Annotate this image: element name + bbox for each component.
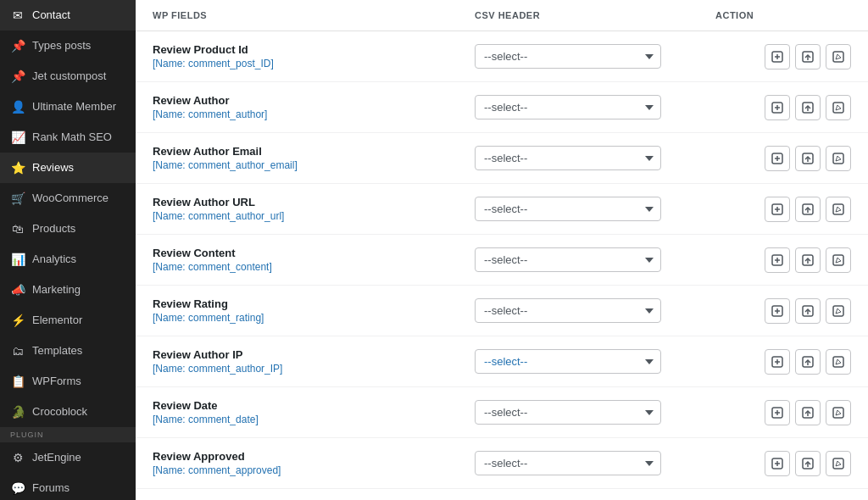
svg-rect-61 (833, 458, 843, 469)
table-row: Review Author Email [Name: comment_autho… (136, 133, 868, 184)
csv-header-select[interactable]: --select-- (475, 349, 661, 374)
export-button[interactable] (795, 451, 821, 476)
action-buttons (715, 298, 851, 324)
templates-icon: 🗂 (10, 343, 25, 358)
rank-math-icon: 📈 (10, 130, 25, 145)
field-meta: [Name: comment_approved] (153, 464, 475, 476)
forums-icon: 💬 (10, 481, 25, 496)
add-button[interactable] (765, 349, 790, 375)
plugin-label: PLUGIN (0, 427, 136, 442)
add-button[interactable] (765, 197, 790, 222)
sidebar-item-products[interactable]: 🛍 Products (0, 214, 136, 244)
csv-header-select[interactable]: --select-- (475, 146, 661, 170)
csv-header-select[interactable]: --select-- (475, 44, 661, 69)
csv-select-cell: --select-- (475, 95, 715, 119)
sidebar-item-jet-custompost[interactable]: 📌 Jet custompost (0, 61, 136, 92)
add-button[interactable] (765, 247, 790, 273)
svg-line-13 (838, 106, 840, 108)
field-name: Review Author (153, 94, 475, 107)
edit-button[interactable] (826, 247, 851, 273)
svg-line-20 (838, 157, 840, 158)
woocommerce-icon: 🛒 (10, 191, 25, 206)
col-wp-fields: WP FIELDS (153, 10, 475, 20)
svg-rect-26 (833, 204, 843, 214)
csv-header-select[interactable]: --select-- (475, 298, 661, 323)
export-button[interactable] (795, 247, 821, 273)
export-button[interactable] (795, 146, 821, 171)
export-button[interactable] (795, 44, 821, 69)
sidebar-item-crocoblock[interactable]: 🐊 Crocoblock (0, 397, 136, 427)
field-info: Review Content [Name: comment_content] (153, 247, 475, 273)
sidebar-item-elementor[interactable]: ⚡ Elementor (0, 305, 136, 336)
marketing-icon: 📣 (10, 282, 25, 297)
export-button[interactable] (795, 298, 821, 324)
csv-header-select[interactable]: --select-- (475, 400, 661, 425)
ultimate-member-icon: 👤 (10, 99, 25, 114)
sidebar-item-wpforms[interactable]: 📋 WPForms (0, 366, 136, 397)
add-button[interactable] (765, 451, 790, 476)
field-info: Review Author IP [Name: comment_author_I… (153, 348, 475, 375)
add-button[interactable] (765, 400, 790, 425)
action-buttons (715, 451, 851, 476)
elementor-icon: ⚡ (10, 313, 25, 328)
sidebar-item-types-posts[interactable]: 📌 Types posts (0, 31, 136, 61)
edit-button[interactable] (826, 298, 851, 324)
field-info: Review Rating [Name: comment_rating] (153, 297, 475, 324)
svg-line-55 (838, 411, 840, 413)
export-button[interactable] (795, 349, 821, 375)
col-csv-header: CSV HEADER (475, 10, 715, 20)
export-button[interactable] (795, 400, 821, 425)
table-row: Review Parent --select-- (136, 489, 868, 500)
types-posts-icon: 📌 (10, 38, 25, 53)
sidebar-item-woocommerce[interactable]: 🛒 WooCommerce (0, 183, 136, 214)
edit-button[interactable] (826, 400, 851, 425)
sidebar-item-jetengine[interactable]: ⚙ JetEngine (0, 442, 136, 473)
main-content: WP FIELDS CSV HEADER ACTION Review Produ… (136, 0, 868, 500)
csv-select-cell: --select-- (475, 247, 715, 272)
jetengine-icon: ⚙ (10, 450, 25, 465)
edit-button[interactable] (826, 349, 851, 375)
field-name: Review Author URL (153, 196, 475, 208)
export-button[interactable] (795, 197, 821, 222)
sidebar-item-analytics[interactable]: 📊 Analytics (0, 244, 136, 275)
csv-header-select[interactable]: --select-- (475, 247, 661, 272)
svg-line-34 (838, 258, 840, 260)
sidebar-item-reviews[interactable]: ⭐ Reviews (0, 153, 136, 183)
edit-button[interactable] (826, 146, 851, 171)
add-button[interactable] (765, 95, 790, 120)
csv-header-select[interactable]: --select-- (475, 95, 661, 119)
table-row: Review Rating [Name: comment_rating] --s… (136, 286, 868, 336)
sidebar-item-rank-math-seo[interactable]: 📈 Rank Math SEO (0, 122, 136, 153)
edit-button[interactable] (826, 95, 851, 120)
sidebar-item-contact[interactable]: ✉ Contact (0, 0, 136, 31)
edit-button[interactable] (826, 451, 851, 476)
field-info: Review Date [Name: comment_date] (153, 399, 475, 425)
action-buttons (715, 197, 851, 222)
sidebar-item-templates[interactable]: 🗂 Templates (0, 336, 136, 366)
edit-button[interactable] (826, 44, 851, 69)
field-meta: [Name: comment_post_ID] (153, 58, 475, 69)
sidebar-item-ultimate-member[interactable]: 👤 Ultimate Member (0, 92, 136, 122)
field-name: Review Product Id (153, 43, 475, 56)
field-info: Review Author URL [Name: comment_author_… (153, 196, 475, 222)
sidebar-item-marketing[interactable]: 📣 Marketing (0, 275, 136, 305)
csv-header-select[interactable]: --select-- (475, 197, 661, 221)
products-icon: 🛍 (10, 221, 25, 236)
field-name: Review Content (153, 247, 475, 259)
analytics-icon: 📊 (10, 252, 25, 267)
field-name: Review Approved (153, 450, 475, 463)
sidebar-item-forums[interactable]: 💬 Forums (0, 473, 136, 500)
action-buttons (715, 400, 851, 425)
edit-button[interactable] (826, 197, 851, 222)
csv-select-cell: --select-- (475, 298, 715, 323)
field-meta: [Name: comment_rating] (153, 312, 475, 324)
field-name: Review Author IP (153, 348, 475, 361)
svg-rect-5 (833, 52, 843, 62)
add-button[interactable] (765, 44, 790, 69)
field-name: Review Date (153, 399, 475, 412)
field-meta: [Name: comment_author_IP] (153, 363, 475, 375)
add-button[interactable] (765, 298, 790, 324)
export-button[interactable] (795, 95, 821, 120)
add-button[interactable] (765, 146, 790, 171)
csv-header-select[interactable]: --select-- (475, 451, 661, 475)
